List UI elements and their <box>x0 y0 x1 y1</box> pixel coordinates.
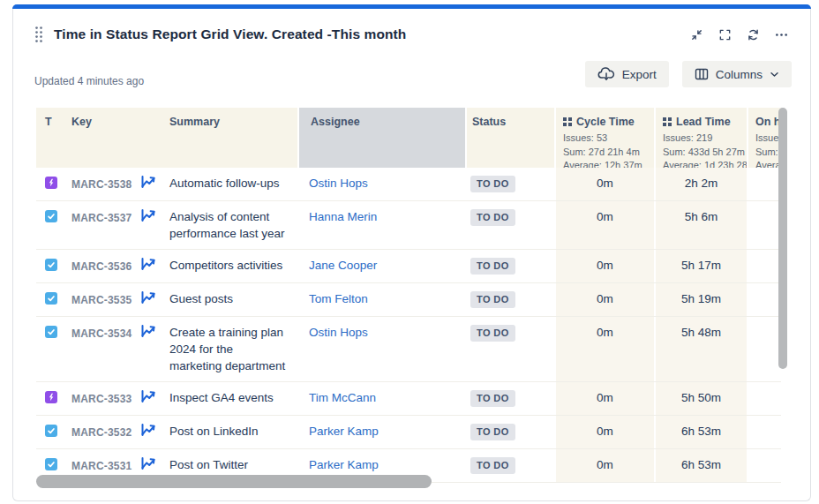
chart-icon[interactable] <box>140 290 157 305</box>
assignee-link[interactable]: Parker Kamp <box>309 458 379 471</box>
lead-time-value: 5h 6m <box>654 201 747 249</box>
cycle-time-value: 0m <box>554 168 654 200</box>
chart-icon[interactable] <box>140 324 157 338</box>
issue-key[interactable]: MARC-3532 <box>71 423 132 441</box>
column-header-on-hold[interactable]: On ho Issues: Sum: 3 Averag <box>747 108 781 168</box>
column-header-type[interactable]: T <box>36 108 68 168</box>
table-row: MARC-3532 Post on LinkedIn Parker Kamp T… <box>36 416 781 449</box>
table-row: MARC-3534 Create a training plan 2024 fo… <box>36 317 781 382</box>
issues-table: T Key Summary Assignee Status Cycle Time… <box>36 108 781 483</box>
fullscreen-icon[interactable] <box>718 27 733 42</box>
lead-time-sum: Sum: 433d 5h 27m <box>663 146 747 160</box>
on-hold-cell <box>747 317 781 381</box>
issue-key[interactable]: MARC-3537 <box>71 208 132 227</box>
issue-summary: Analysis of content performance last yea… <box>167 201 297 249</box>
issue-summary: Post on LinkedIn <box>167 416 297 448</box>
cycle-time-value: 0m <box>554 317 654 381</box>
issue-type-icon <box>45 326 57 338</box>
assignee-link[interactable]: Ostin Hops <box>309 326 368 339</box>
issue-key[interactable]: MARC-3535 <box>71 290 132 309</box>
on-hold-cell <box>747 416 781 448</box>
status-badge: TO DO <box>470 258 515 275</box>
lead-time-value: 2h 2m <box>654 168 747 200</box>
issue-key[interactable]: MARC-3534 <box>71 324 132 342</box>
updated-timestamp: Updated 4 minutes ago <box>34 75 144 87</box>
chart-icon[interactable] <box>140 208 157 222</box>
lead-time-issues: Issues: 219 <box>663 132 747 146</box>
assignee-link[interactable]: Tom Felton <box>309 292 368 305</box>
cycle-time-label: Cycle Time <box>576 116 635 128</box>
status-badge: TO DO <box>470 291 515 308</box>
table-header-row: T Key Summary Assignee Status Cycle Time… <box>36 108 781 168</box>
lead-time-value: 5h 19m <box>654 283 747 316</box>
cycle-time-value: 0m <box>554 283 654 316</box>
column-header-cycle-time[interactable]: Cycle Time Issues: 53 Sum: 27d 21h 4m Av… <box>554 108 654 168</box>
on-hold-cell <box>747 283 781 316</box>
window-controls <box>689 27 789 42</box>
cycle-time-value: 0m <box>554 201 654 249</box>
chart-icon[interactable] <box>140 257 157 271</box>
cycle-time-value: 0m <box>554 382 654 415</box>
table-row: MARC-3533 Inspect GA4 events Tim McCann … <box>36 382 781 416</box>
column-header-lead-time[interactable]: Lead Time Issues: 219 Sum: 433d 5h 27m A… <box>654 108 747 168</box>
status-badge: TO DO <box>470 325 515 342</box>
on-hold-average: Averag <box>755 159 781 168</box>
table-row: MARC-3537 Analysis of content performanc… <box>36 201 781 250</box>
on-hold-sum: Sum: 3 <box>755 146 781 160</box>
issue-type-icon <box>45 259 57 271</box>
vertical-scrollbar[interactable] <box>778 108 787 369</box>
chart-icon[interactable] <box>140 456 157 470</box>
issue-key[interactable]: MARC-3531 <box>71 456 132 475</box>
chart-icon[interactable] <box>140 423 157 437</box>
issue-type-icon <box>45 391 57 403</box>
issue-summary: Automatic follow-ups <box>167 168 297 200</box>
issue-type-icon <box>45 210 57 222</box>
assignee-link[interactable]: Ostin Hops <box>309 177 368 190</box>
lead-time-label: Lead Time <box>676 116 731 128</box>
issue-summary: Competitors activities <box>167 250 297 282</box>
columns-icon <box>695 68 709 80</box>
grid-icon <box>663 117 672 126</box>
on-hold-cell <box>747 382 781 415</box>
column-header-status[interactable]: Status <box>465 108 554 168</box>
on-hold-cell <box>747 449 781 482</box>
horizontal-scrollbar[interactable] <box>36 475 432 488</box>
table-row: MARC-3538 Automatic follow-ups Ostin Hop… <box>36 168 781 201</box>
column-header-assignee[interactable]: Assignee <box>297 108 465 168</box>
issue-key[interactable]: MARC-3533 <box>71 389 132 408</box>
table-row: MARC-3535 Guest posts Tom Felton TO DO 0… <box>36 283 781 317</box>
lead-time-value: 5h 50m <box>654 382 747 415</box>
column-header-key[interactable]: Key <box>68 108 167 168</box>
refresh-icon[interactable] <box>746 27 761 42</box>
grid-icon <box>563 117 572 126</box>
issue-key[interactable]: MARC-3536 <box>71 257 132 275</box>
table-toolbar: Export Columns <box>585 61 792 87</box>
more-icon[interactable] <box>774 27 789 42</box>
assignee-link[interactable]: Jane Cooper <box>309 259 377 272</box>
columns-button[interactable]: Columns <box>682 61 792 87</box>
accent-top-bar <box>12 4 811 9</box>
column-header-summary[interactable]: Summary <box>167 108 297 168</box>
cycle-time-average: Average: 12h 37m <box>563 159 654 168</box>
report-gadget-card: Time in Status Report Grid View. Created… <box>12 4 811 501</box>
assignee-link[interactable]: Tim McCann <box>309 391 376 404</box>
gadget-header: Time in Status Report Grid View. Created… <box>34 24 789 45</box>
drag-handle-icon[interactable] <box>34 27 43 41</box>
issue-summary: Inspect GA4 events <box>167 382 297 415</box>
status-badge: TO DO <box>470 424 515 440</box>
assignee-link[interactable]: Hanna Merin <box>309 210 377 223</box>
status-badge: TO DO <box>470 390 515 407</box>
chart-icon[interactable] <box>140 389 157 403</box>
cycle-time-issues: Issues: 53 <box>563 132 654 146</box>
assignee-link[interactable]: Parker Kamp <box>309 425 379 438</box>
collapse-icon[interactable] <box>689 27 704 42</box>
export-button[interactable]: Export <box>585 61 669 87</box>
lead-time-value: 6h 53m <box>654 416 747 448</box>
on-hold-cell <box>747 250 781 282</box>
columns-button-label: Columns <box>716 68 763 81</box>
issue-summary: Guest posts <box>167 283 297 316</box>
issue-key[interactable]: MARC-3538 <box>71 175 132 193</box>
page-title: Time in Status Report Grid View. Created… <box>54 26 406 42</box>
lead-time-value: 5h 48m <box>654 317 747 381</box>
chart-icon[interactable] <box>140 175 157 189</box>
